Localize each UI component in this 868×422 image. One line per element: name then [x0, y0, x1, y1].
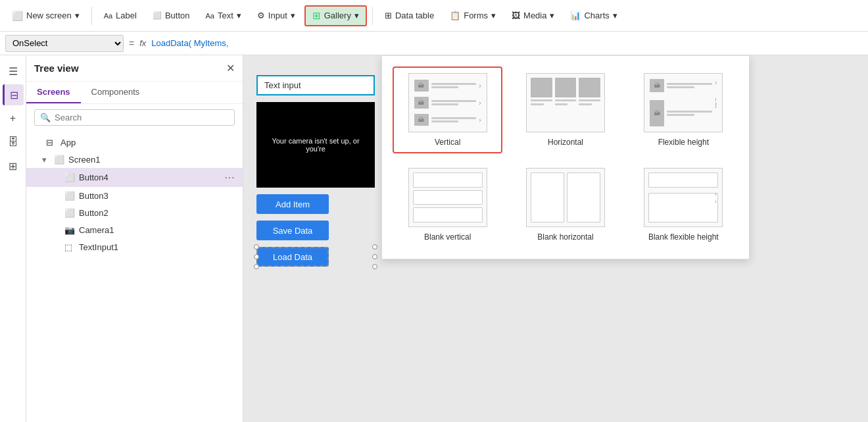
main-layout: ☰ ⊟ + 🗄 ⊞ Tree view ✕ Screens Components…: [0, 55, 868, 422]
data-table-label: Data table: [395, 11, 434, 20]
save-data-label: Save Data: [273, 226, 313, 236]
label-icon: Aa: [104, 12, 112, 20]
data-icon-button[interactable]: 🗄: [3, 132, 24, 153]
flexible-label: Flexible height: [658, 138, 709, 147]
canvas-elements: Text input Your camera isn't set up, or …: [256, 75, 375, 267]
forms-button[interactable]: 📋 Forms ▾: [443, 7, 502, 24]
new-screen-label: New screen: [26, 11, 72, 20]
input-chevron: ▾: [291, 11, 295, 20]
tree-item-button4-label: Button4: [79, 172, 220, 182]
screen-icon: ⬜: [54, 154, 64, 165]
tree-item-app[interactable]: ⊟ App: [26, 134, 243, 151]
tree-item-button2[interactable]: ⬜ Button2: [26, 204, 243, 221]
tab-screens[interactable]: Screens: [26, 82, 81, 103]
tree-view-icon: ⊟: [10, 89, 18, 101]
input-button[interactable]: ⚙ Input ▾: [251, 7, 302, 24]
label-label: Label: [116, 11, 137, 20]
canvas-camera: Your camera isn't set up, or you're: [256, 102, 375, 188]
blank-horizontal-label: Blank horizontal: [537, 232, 593, 242]
tree-item-button3[interactable]: ⬜ Button3: [26, 187, 243, 204]
charts-chevron: ▾: [613, 11, 617, 20]
tree-item-button2-label: Button2: [79, 208, 235, 218]
resize-handle-tl[interactable]: [254, 244, 259, 250]
equals-sign: =: [129, 38, 134, 49]
label-button[interactable]: Aa Label: [97, 7, 143, 24]
add-icon: +: [10, 113, 16, 124]
text-label: Text: [218, 11, 233, 20]
horizontal-preview: [526, 73, 605, 132]
divider-2: [372, 7, 373, 25]
text-button[interactable]: Aa Text ▾: [199, 7, 248, 24]
button-icon: ⬜: [153, 11, 162, 20]
tree-item-camera1[interactable]: 📷 Camera1: [26, 221, 243, 238]
resize-handle-br[interactable]: [372, 264, 377, 269]
resize-handle-tr[interactable]: [372, 244, 377, 250]
app-icon: ⊟: [46, 137, 57, 147]
tree-item-screen1[interactable]: ▾ ⬜ Screen1: [26, 151, 243, 168]
sidebar-icons: ☰ ⊟ + 🗄 ⊞: [0, 55, 26, 422]
menu-icon-button[interactable]: ☰: [3, 61, 24, 82]
search-input[interactable]: [55, 113, 229, 122]
vertical-preview: 🏔 › 🏔: [408, 73, 487, 132]
tree-close-button[interactable]: ✕: [226, 62, 235, 74]
gallery-option-blank-vertical[interactable]: Blank vertical: [393, 161, 502, 248]
load-data-label: Load Data: [273, 252, 312, 262]
tree-item-textinput1[interactable]: ⬚ TextInput1: [26, 238, 243, 255]
add-item-button[interactable]: Add Item: [256, 194, 329, 214]
components-icon-button[interactable]: ⊞: [3, 155, 24, 176]
gallery-icon: ⊞: [312, 10, 321, 22]
vertical-label: Vertical: [435, 138, 460, 147]
gallery-option-vertical[interactable]: 🏔 › 🏔: [393, 66, 502, 153]
blank-flex-arrows: ↑ ↓: [714, 192, 717, 204]
media-button[interactable]: 🖼 Media ▾: [505, 7, 561, 24]
input-label: Input: [268, 11, 287, 20]
charts-button[interactable]: 📊 Charts ▾: [564, 7, 623, 24]
resize-handle-ml[interactable]: [254, 254, 259, 259]
gallery-option-blank-horizontal[interactable]: Blank horizontal: [510, 161, 620, 248]
save-data-button[interactable]: Save Data: [256, 221, 329, 240]
blank-flexible-label: Blank flexible height: [648, 232, 719, 242]
button4-icon: ⬜: [64, 172, 75, 183]
load-data-button[interactable]: Load Data: [256, 247, 329, 267]
button-button[interactable]: ⬜ Button: [146, 7, 197, 24]
data-table-button[interactable]: ⊞ Data table: [378, 7, 441, 24]
tree-title: Tree view: [34, 63, 79, 74]
new-screen-chevron: ▾: [75, 11, 80, 20]
formula-input[interactable]: [151, 38, 863, 48]
add-item-label: Add Item: [276, 199, 310, 209]
new-screen-button[interactable]: ⬜ New screen ▾: [5, 7, 86, 24]
tree-view-icon-button[interactable]: ⊟: [3, 84, 24, 105]
flexible-preview: 🏔 › 🏔: [644, 73, 723, 132]
fx-label: fx: [139, 38, 146, 48]
divider-1: [91, 7, 92, 25]
forms-label: Forms: [464, 11, 488, 20]
tab-components[interactable]: Components: [81, 82, 151, 103]
canvas-text-input[interactable]: Text input: [256, 75, 375, 95]
gallery-option-flexible[interactable]: 🏔 › 🏔: [629, 66, 738, 153]
horizontal-label: Horizontal: [548, 138, 583, 147]
charts-icon: 📊: [570, 11, 581, 20]
tree-item-app-label: App: [60, 138, 235, 147]
resize-handle-mr[interactable]: [372, 254, 377, 259]
camera-text: Your camera isn't set up, or you're: [264, 137, 367, 153]
gallery-label: Gallery: [324, 11, 351, 20]
charts-label: Charts: [584, 11, 609, 20]
blank-vertical-label: Blank vertical: [424, 232, 471, 242]
add-icon-button[interactable]: +: [3, 108, 24, 129]
forms-chevron: ▾: [491, 11, 496, 20]
button3-icon: ⬜: [64, 190, 75, 201]
property-select[interactable]: OnSelect: [5, 35, 124, 52]
components-icon: ⊞: [9, 160, 17, 172]
gallery-button[interactable]: ⊞ Gallery ▾: [304, 5, 367, 26]
tree-items: ⊟ App ▾ ⬜ Screen1 ⬜ Button4 ⋯ ⬜ Button3: [26, 131, 243, 422]
tree-item-button4[interactable]: ⬜ Button4 ⋯: [26, 168, 243, 187]
button4-menu[interactable]: ⋯: [224, 171, 235, 184]
expand-icon-screen1: ▾: [42, 155, 50, 165]
search-icon: 🔍: [40, 113, 51, 122]
canvas-area: Text input Your camera isn't set up, or …: [243, 55, 868, 422]
gallery-option-horizontal[interactable]: Horizontal: [510, 66, 620, 153]
load-data-container: Load Data: [256, 247, 375, 267]
blank-flexible-preview: ↑ ↓: [644, 168, 723, 227]
gallery-option-blank-flexible[interactable]: ↑ ↓ Blank flexible height: [629, 161, 738, 248]
resize-handle-bl[interactable]: [254, 264, 259, 269]
